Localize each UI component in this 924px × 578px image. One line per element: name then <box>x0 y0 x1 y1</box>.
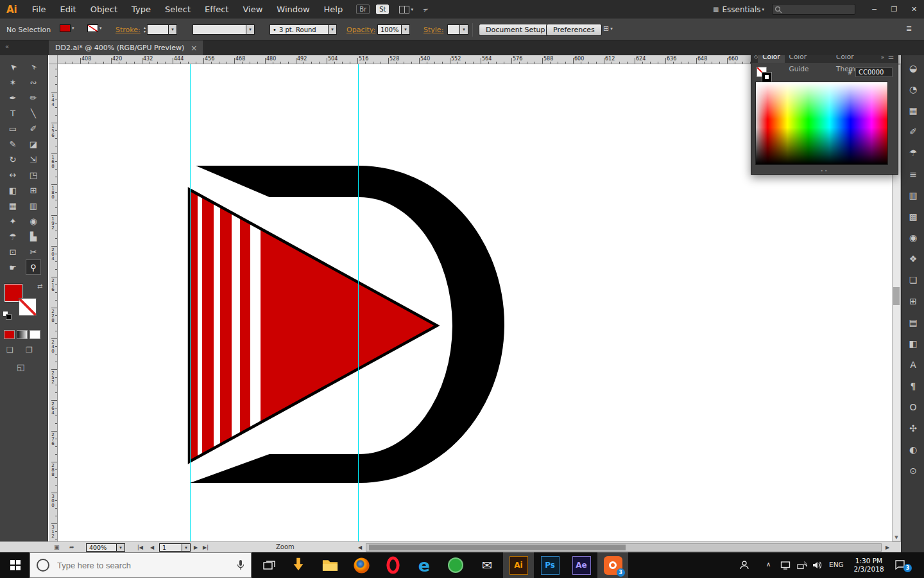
taskbar-photoshop[interactable]: Ps <box>535 552 565 578</box>
eyedropper-tool[interactable]: ✦ <box>5 213 21 229</box>
taskbar-screenshot-app[interactable]: 3 <box>597 552 628 578</box>
scroll-down-icon[interactable]: ▼ <box>893 535 900 540</box>
taskbar-opera[interactable] <box>377 552 408 578</box>
hand-tool[interactable]: ☛ <box>5 259 21 275</box>
paintbrush-tool[interactable]: ✐ <box>26 121 41 136</box>
taskbar-clock[interactable]: 1:30 PM 2/3/2018 <box>848 557 889 574</box>
opacity-value[interactable]: 100% <box>377 24 402 35</box>
type-tool[interactable]: T <box>5 105 21 121</box>
chevron-down-icon[interactable]: ▾ <box>182 543 191 552</box>
shape-builder-tool[interactable]: ◧ <box>5 182 21 198</box>
network-icon[interactable] <box>797 560 807 570</box>
language-indicator[interactable]: ENG <box>829 561 844 568</box>
brush-definition-field[interactable] <box>193 24 246 35</box>
panel-resize-grip[interactable]: ∙∙ <box>751 168 898 173</box>
taskbar-illustrator[interactable]: Ai <box>503 552 534 578</box>
taskbar-firefox[interactable] <box>346 552 377 578</box>
chevron-down-icon[interactable]: ▾ <box>99 26 102 31</box>
align-options-dropdown[interactable]: ⊞ ▾ <box>603 24 613 33</box>
column-graph-tool[interactable]: ▙ <box>26 229 41 244</box>
line-segment-tool[interactable]: ╲ <box>26 105 41 121</box>
menu-help[interactable]: Help <box>317 0 350 19</box>
blend-tool[interactable]: ◉ <box>26 213 41 229</box>
previous-artboard-icon[interactable]: ◀ <box>150 545 154 550</box>
magic-wand-tool[interactable]: ✶ <box>5 74 21 90</box>
layers-panel-icon[interactable]: ❏ <box>902 275 924 285</box>
eraser-tool[interactable]: ◪ <box>26 136 41 152</box>
stroke-weight-stepper[interactable]: ▴▾ ▾ <box>144 24 177 35</box>
app-search-box[interactable] <box>772 4 855 15</box>
scroll-right-icon[interactable]: ▶ <box>886 545 889 550</box>
people-icon[interactable] <box>739 560 749 570</box>
document-tab[interactable]: DD2.ai* @ 400% (RGB/GPU Preview) × <box>49 40 204 55</box>
style-dropdown[interactable]: ▾ <box>447 24 468 35</box>
zoom-value[interactable]: 400% <box>86 543 117 552</box>
preferences-button[interactable]: Preferences <box>546 24 602 36</box>
scroll-left-icon[interactable]: ◀ <box>358 545 362 550</box>
menu-view[interactable]: View <box>235 0 270 19</box>
last-artboard-icon[interactable]: ▶| <box>203 545 209 550</box>
menu-edit[interactable]: Edit <box>53 0 83 19</box>
chevron-down-icon[interactable]: ▾ <box>610 26 613 31</box>
spinner-down-icon[interactable]: ▾ <box>144 30 146 33</box>
screen-mode-icon[interactable]: ◱ <box>17 362 24 372</box>
style-swatch[interactable] <box>447 24 460 35</box>
artboards-panel-icon[interactable]: ⊞ <box>902 296 924 306</box>
stroke-weight-label[interactable]: Stroke: <box>116 26 141 34</box>
draw-behind-icon[interactable]: ❐ <box>26 346 33 355</box>
stock-button[interactable]: St <box>376 4 389 14</box>
display-icon[interactable] <box>780 560 791 570</box>
chevron-down-icon[interactable]: ▾ <box>329 24 337 35</box>
menu-window[interactable]: Window <box>270 0 316 19</box>
appearance-panel-icon[interactable]: ◉ <box>902 232 924 243</box>
speaker-icon[interactable] <box>812 560 823 570</box>
start-button[interactable] <box>0 552 31 578</box>
action-center-button[interactable]: 3 <box>894 559 907 571</box>
close-button[interactable]: ✕ <box>904 0 924 19</box>
vertical-scrollbar-thumb[interactable] <box>893 287 900 305</box>
hidden-icons-chevron[interactable]: ∧ <box>766 561 771 568</box>
chevron-down-icon[interactable]: ▾ <box>117 543 125 552</box>
color-panel-icon[interactable]: ◒ <box>902 63 924 73</box>
app-search-input[interactable] <box>784 6 848 13</box>
first-artboard-icon[interactable]: |◀ <box>137 545 143 550</box>
menu-effect[interactable]: Effect <box>198 0 235 19</box>
taskbar-edge[interactable]: e <box>409 552 440 578</box>
share-icon[interactable]: ➣ <box>421 4 430 15</box>
lasso-tool[interactable]: ∾ <box>26 74 41 90</box>
gradient-tool[interactable]: ▥ <box>26 198 41 213</box>
direct-selection-tool[interactable]: ➢ <box>26 59 41 74</box>
menu-object[interactable]: Object <box>83 0 124 19</box>
status-share-icon[interactable]: ➦ <box>69 544 74 550</box>
task-view-button[interactable] <box>254 552 285 578</box>
gradient-panel-icon[interactable]: ▥ <box>902 190 924 200</box>
menu-select[interactable]: Select <box>158 0 198 19</box>
swatches-panel-icon[interactable]: ▦ <box>902 105 924 116</box>
next-artboard-icon[interactable]: ▶ <box>194 545 198 550</box>
document-setup-button[interactable]: Document Setup <box>479 24 552 36</box>
fill-swatch-mini[interactable] <box>60 24 71 32</box>
ruler-corner[interactable] <box>49 55 58 64</box>
taskbar-search-input[interactable] <box>57 561 237 570</box>
chevron-down-icon[interactable]: ▾ <box>246 24 255 35</box>
collapse-toolbar-icon[interactable]: « <box>5 43 9 50</box>
triangle-shape[interactable] <box>189 189 437 462</box>
hex-value-input[interactable]: CC0000 <box>855 67 893 77</box>
close-tab-icon[interactable]: × <box>191 44 197 53</box>
glyphs-panel-icon[interactable]: ✣ <box>902 423 924 434</box>
align-panel-icon[interactable]: ▤ <box>902 317 924 328</box>
pathfinder-panel-icon[interactable]: ◧ <box>902 338 924 349</box>
paragraph-panel-icon[interactable]: ¶ <box>902 381 924 391</box>
brush-preset-dropdown[interactable]: • 3 pt. Round ▾ <box>270 24 337 35</box>
gradient-mode-button[interactable] <box>17 330 28 339</box>
artboard-number[interactable]: 1 <box>159 543 182 552</box>
selection-tool[interactable]: ➤ <box>5 59 21 74</box>
pen-tool[interactable]: ✒ <box>5 90 21 105</box>
width-tool[interactable]: ↔ <box>5 167 21 182</box>
rectangle-tool[interactable]: ▭ <box>5 121 21 136</box>
minimize-button[interactable]: ─ <box>864 0 884 19</box>
curvature-tool[interactable]: ✏ <box>26 90 41 105</box>
arrange-documents-icon[interactable] <box>399 6 409 13</box>
perspective-grid-tool[interactable]: ⊞ <box>26 182 41 198</box>
slice-tool[interactable]: ✂ <box>26 244 41 259</box>
